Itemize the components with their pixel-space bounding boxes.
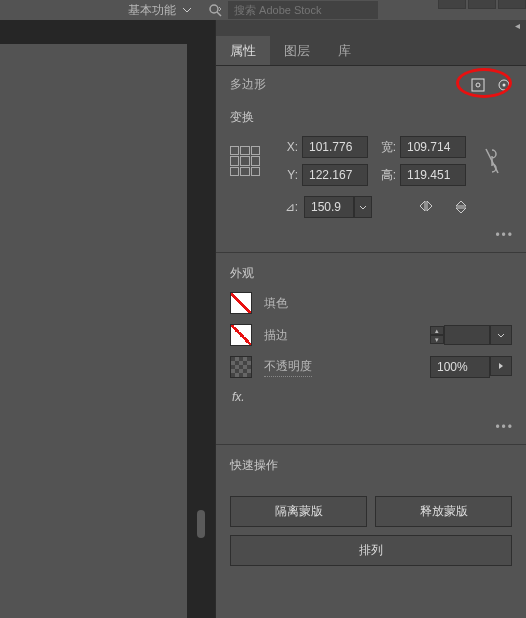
stroke-width-up[interactable]: ▴ [430,326,444,335]
opacity-input[interactable] [430,356,490,378]
arrange-button[interactable]: 排列 [230,535,512,566]
search-icon[interactable] [208,3,222,17]
fx-label[interactable]: fx. [230,388,512,410]
tab-layers[interactable]: 图层 [270,36,324,65]
x-label: X: [276,140,298,154]
tab-libraries[interactable]: 库 [324,36,365,65]
angle-input[interactable] [304,196,354,218]
divider [216,444,526,445]
width-label: 宽: [374,139,396,156]
svg-point-5 [503,83,506,86]
stroke-profile-dropdown[interactable] [490,325,512,345]
opacity-label: 不透明度 [264,358,312,377]
stroke-width-down[interactable]: ▾ [430,335,444,344]
svg-point-3 [476,83,480,87]
width-input[interactable] [400,136,466,158]
stroke-label: 描边 [264,327,288,344]
y-input[interactable] [302,164,368,186]
screen-mode-icon[interactable] [468,0,496,9]
x-input[interactable] [302,136,368,158]
target-icon[interactable] [496,77,512,93]
canvas[interactable] [0,44,187,618]
search-input[interactable] [228,1,378,19]
close-icon[interactable] [498,0,526,9]
reference-point-grid[interactable] [230,146,260,176]
divider [216,252,526,253]
quick-actions-title: 快速操作 [230,457,512,474]
flip-horizontal-icon[interactable] [418,199,434,215]
workspace-label[interactable]: 基本功能 [128,2,176,19]
fill-label: 填色 [264,295,288,312]
opacity-swatch[interactable] [230,356,252,378]
tab-properties[interactable]: 属性 [216,36,270,65]
flip-vertical-icon[interactable] [454,199,468,215]
transform-more-button[interactable]: ••• [216,222,526,248]
panel-collapse-tab[interactable] [216,20,526,36]
stroke-width-input[interactable] [444,325,490,345]
release-mask-button[interactable]: 释放蒙版 [375,496,512,527]
height-label: 高: [374,167,396,184]
isolate-mask-button[interactable]: 隔离蒙版 [230,496,367,527]
opacity-dropdown[interactable] [490,356,512,376]
transform-section-title: 变换 [230,109,512,126]
shape-type-label: 多边形 [230,76,266,93]
angle-dropdown[interactable] [354,196,372,218]
chevron-down-icon[interactable] [182,7,192,13]
fill-swatch[interactable] [230,292,252,314]
height-input[interactable] [400,164,466,186]
svg-rect-2 [472,79,484,91]
canvas-area[interactable] [0,20,215,618]
appearance-more-button[interactable]: ••• [216,414,526,440]
svg-point-0 [210,5,218,13]
stroke-swatch[interactable] [230,324,252,346]
live-shape-icon[interactable] [470,77,486,93]
arrange-docs-icon[interactable] [438,0,466,9]
scrollbar-thumb[interactable] [197,510,205,538]
appearance-section-title: 外观 [230,265,512,282]
angle-label: ⊿: [276,200,298,214]
svg-line-1 [217,12,221,16]
y-label: Y: [276,168,298,182]
link-wh-icon[interactable] [483,146,501,176]
